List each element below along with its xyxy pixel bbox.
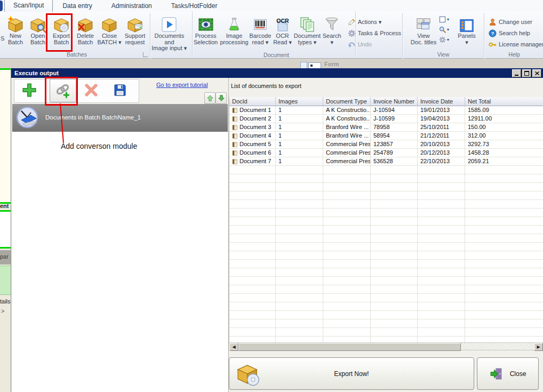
move-down-button[interactable]	[215, 92, 227, 104]
panels-button[interactable]: Panels ▾	[454, 13, 480, 51]
ribbon: S New Batch Open Batch Export Batch	[0, 12, 543, 59]
table-row[interactable]: Document 7 1 Commercial Press 536528 22/…	[229, 157, 543, 166]
column-header-net-total[interactable]: Net Total	[465, 97, 543, 106]
add-plus-icon	[21, 82, 37, 98]
search-button[interactable]: Search ▾	[322, 13, 342, 52]
export-now-button[interactable]: Export Now!	[229, 357, 474, 390]
table-row[interactable]: Document 5 1 Commercial Press 123857 20/…	[229, 140, 543, 149]
column-header-invoice-date[interactable]: Invoice Date	[418, 97, 465, 106]
help-icon: ?	[489, 29, 497, 37]
gear-icon	[439, 36, 446, 43]
exit-door-icon	[490, 367, 504, 381]
remove-output-button[interactable]	[79, 80, 103, 100]
document-book-icon	[232, 116, 238, 122]
clipped-chevron: >	[1, 308, 4, 314]
conversion-modules-panel[interactable]	[12, 132, 228, 392]
table-row[interactable]: Document 4 1 Branford Wire ... 58954 21/…	[229, 132, 543, 140]
table-row	[229, 311, 543, 319]
move-up-button[interactable]	[204, 92, 215, 104]
table-row	[229, 234, 543, 243]
table-row[interactable]: Document 3 1 Branford Wire ... 78958 25/…	[229, 123, 543, 132]
license-manager-button[interactable]: License manager	[489, 39, 543, 49]
separator	[355, 12, 356, 55]
table-rows: Document 1 1 A K Constructio... J-10594 …	[229, 106, 543, 342]
batches-dialog-launcher-icon[interactable]	[143, 52, 148, 57]
horizontal-scrollbar[interactable]: ◀ ▶	[229, 342, 543, 350]
delete-batch-button[interactable]: Delete Batch	[74, 13, 97, 51]
support-request-button[interactable]: Support request	[122, 13, 148, 51]
view-settings-button[interactable]: ▾	[439, 35, 454, 44]
table-row	[229, 217, 543, 226]
person-icon	[489, 18, 497, 26]
column-header-images[interactable]: Images	[276, 97, 323, 106]
annotation-box-chain-button	[45, 77, 78, 106]
tab-administration[interactable]: Administration	[102, 1, 162, 12]
clipped-panel-header: ent	[0, 203, 9, 209]
column-header-docid[interactable]: DocId	[229, 97, 276, 106]
process-selection-button[interactable]: Process Selection	[191, 13, 220, 52]
red-x-icon	[83, 82, 99, 98]
pencil-icon	[348, 18, 356, 26]
annotation-line	[56, 102, 72, 144]
add-output-button[interactable]	[18, 80, 41, 100]
table-row	[229, 319, 543, 328]
zoom-button[interactable]: ▾	[439, 25, 454, 34]
table-row[interactable]: Document 2 1 A K Constructio... J-10599 …	[229, 115, 543, 123]
view-mode-button[interactable]: ▾	[439, 15, 454, 24]
tab-data-entry[interactable]: Data entry	[53, 1, 101, 12]
document-book-icon	[232, 124, 238, 131]
dialog-title-bar[interactable]: Execute output	[11, 68, 543, 78]
barcode-icon	[252, 13, 268, 33]
documents-image-input-button[interactable]: Documents and Image input ▾	[151, 13, 187, 52]
document-types-button[interactable]: Document types ▾	[293, 13, 322, 52]
change-user-button[interactable]: Change user	[489, 17, 543, 27]
scroll-right-button[interactable]: ▶	[534, 343, 543, 351]
minimize-button[interactable]	[512, 69, 521, 77]
clipped-details-label: tails	[0, 298, 11, 305]
new-batch-button[interactable]: New Batch	[4, 13, 27, 51]
ribbon-group-help: Change user ? Search help License manage…	[485, 12, 543, 58]
panels-icon	[459, 13, 475, 33]
scrollbar-thumb[interactable]	[238, 343, 461, 351]
view-doc-titles-button[interactable]: View Doc. titles	[408, 13, 439, 51]
ribbon-tab-bar: Scan/Input Data entry Administration Tas…	[0, 0, 543, 12]
table-row	[229, 226, 543, 234]
play-icon	[161, 13, 178, 33]
table-row	[229, 243, 543, 251]
search-help-button[interactable]: ? Search help	[489, 28, 543, 38]
scanner-icon	[15, 106, 39, 130]
ocr-page-icon: OCR	[274, 13, 291, 33]
separator	[192, 12, 193, 55]
table-row	[229, 337, 543, 342]
scroll-left-button[interactable]: ◀	[229, 343, 238, 351]
barcode-read-button[interactable]: Barcode read ▾	[249, 13, 272, 52]
documents-table: DocId Images Document Type Invoice Numbe…	[229, 97, 543, 342]
column-header-invoice-number[interactable]: Invoice Number	[371, 97, 418, 106]
funnel-icon	[323, 13, 340, 33]
image-processing-button[interactable]: Image processing	[220, 13, 248, 52]
export-tutorial-link[interactable]: Go to export tutorial	[156, 82, 208, 88]
execute-output-dialog: Execute output Go to export tutorial Lis…	[11, 68, 543, 392]
table-row	[229, 183, 543, 191]
app-button-edge[interactable]	[0, 1, 3, 11]
tab-scan-input[interactable]: Scan/Input	[4, 0, 53, 12]
new-batch-icon	[7, 13, 24, 33]
documents-list-label: List of documents to export	[231, 83, 301, 89]
save-output-button[interactable]	[108, 80, 132, 100]
background-form-title: Form	[324, 61, 339, 68]
column-header-document-type[interactable]: Document Type	[323, 97, 371, 106]
floppy-save-icon	[113, 83, 127, 98]
magnifier-icon	[439, 26, 446, 33]
dialog-title: Execute output	[14, 70, 59, 76]
table-row	[229, 277, 543, 285]
tab-tasks-hotfolder[interactable]: Tasks/HotFolder	[162, 1, 227, 12]
table-row[interactable]: Document 6 1 Commercial Press 254789 20/…	[229, 149, 543, 157]
maximize-button[interactable]	[522, 69, 531, 77]
close-button-titlebar[interactable]	[532, 69, 541, 77]
table-row[interactable]: Document 1 1 A K Constructio... J-10594 …	[229, 106, 543, 115]
close-button[interactable]: Close	[477, 357, 539, 390]
ribbon-group-view: View Doc. titles ▾ ▾ ▾ Panels ▾ View	[404, 12, 483, 58]
close-batch-icon	[101, 13, 118, 33]
close-batch-button[interactable]: Close BATCH ▾	[97, 13, 122, 51]
ocr-read-button[interactable]: OCR OCR Read ▾	[272, 13, 293, 52]
